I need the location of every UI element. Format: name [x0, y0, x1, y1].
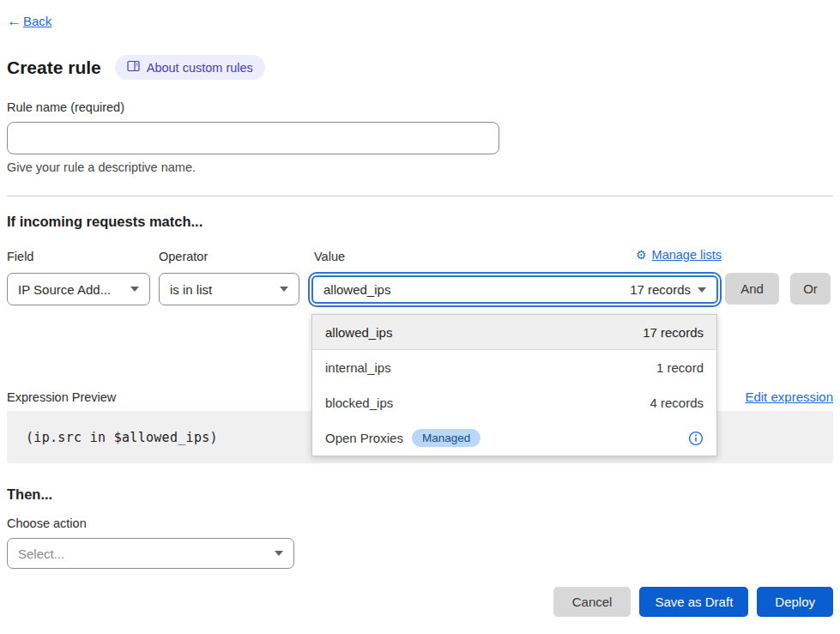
managed-badge: Managed	[412, 429, 480, 447]
title-row: Create rule About custom rules	[7, 55, 265, 80]
match-section-heading: If incoming requests match...	[7, 214, 202, 230]
field-select[interactable]: IP Source Add...	[7, 273, 150, 305]
rule-name-input[interactable]	[7, 122, 499, 154]
save-as-draft-button[interactable]: Save as Draft	[639, 587, 748, 617]
operator-label: Operator	[159, 250, 208, 263]
chevron-down-icon	[698, 287, 706, 293]
operator-select[interactable]: is in list	[159, 273, 299, 305]
value-select[interactable]: allowed_ips 17 records	[311, 275, 718, 304]
field-select-value: IP Source Add...	[18, 282, 111, 297]
list-option-internal-ips[interactable]: internal_ips 1 record	[312, 350, 716, 385]
back-arrow-icon: ←	[7, 14, 21, 28]
value-dropdown-menu: allowed_ips 17 records internal_ips 1 re…	[311, 314, 717, 456]
list-option-record-count: 17 records	[643, 325, 704, 340]
list-option-name: blocked_ips	[325, 395, 393, 410]
deploy-button[interactable]: Deploy	[757, 587, 833, 617]
cancel-button[interactable]: Cancel	[553, 587, 632, 617]
rule-name-label: Rule name (required)	[7, 100, 124, 114]
action-select-placeholder: Select...	[18, 546, 64, 561]
footer-buttons: Cancel Save as Draft Deploy	[553, 587, 833, 617]
book-icon	[127, 60, 140, 75]
back-link[interactable]: ← Back	[7, 14, 51, 28]
chevron-down-icon	[130, 287, 139, 292]
value-select-record-count: 17 records	[630, 282, 691, 297]
manage-lists-label: Manage lists	[652, 248, 722, 262]
list-option-record-count: 4 records	[650, 395, 704, 410]
page-title: Create rule	[7, 57, 101, 78]
value-select-name: allowed_ips	[323, 282, 390, 297]
then-section-heading: Then...	[7, 486, 52, 503]
about-badge-label: About custom rules	[147, 61, 253, 75]
rule-name-helper: Give your rule a descriptive name.	[7, 160, 196, 174]
list-option-name: allowed_ips	[325, 325, 392, 340]
manage-lists-link[interactable]: ⚙ Manage lists	[636, 248, 722, 262]
info-icon[interactable]	[688, 431, 704, 446]
value-label: Value	[314, 250, 345, 263]
list-option-name: Open Proxies	[325, 431, 403, 445]
action-select[interactable]: Select...	[7, 538, 294, 569]
list-option-record-count: 1 record	[656, 360, 704, 375]
chevron-down-icon	[275, 551, 283, 556]
or-button[interactable]: Or	[790, 273, 831, 305]
list-option-name: internal_ips	[325, 360, 391, 375]
section-divider	[7, 196, 833, 196]
expression-preview-label: Expression Preview	[7, 390, 116, 404]
gear-icon: ⚙	[636, 249, 647, 261]
choose-action-label: Choose action	[7, 516, 87, 530]
and-button[interactable]: And	[725, 273, 779, 305]
chevron-down-icon	[280, 287, 288, 292]
about-custom-rules-link[interactable]: About custom rules	[115, 55, 265, 80]
list-option-blocked-ips[interactable]: blocked_ips 4 records	[312, 385, 716, 420]
expression-code: (ip.src in $allowed_ips)	[26, 430, 218, 445]
field-label: Field	[7, 250, 33, 263]
edit-expression-link[interactable]: Edit expression	[745, 389, 833, 404]
back-link-label: Back	[23, 14, 51, 28]
list-option-allowed-ips[interactable]: allowed_ips 17 records	[312, 315, 716, 350]
list-option-open-proxies[interactable]: Open Proxies Managed	[312, 420, 716, 456]
operator-select-value: is in list	[170, 282, 212, 297]
